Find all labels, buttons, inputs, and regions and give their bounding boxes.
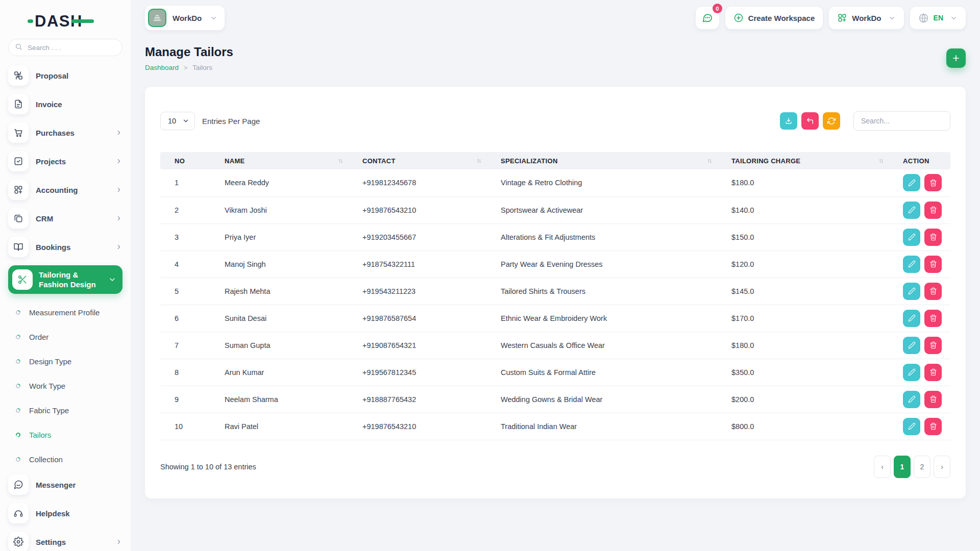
cell-charge: $800.0 xyxy=(717,413,889,440)
sidebar-subnav: Measurement ProfileOrderDesign TypeWork … xyxy=(8,298,122,474)
cell-name: Ravi Patel xyxy=(210,413,348,440)
delete-button[interactable] xyxy=(924,364,942,381)
create-workspace-button[interactable]: Create Workspace xyxy=(725,7,823,29)
sort-icon[interactable] xyxy=(878,158,885,164)
add-tailor-button[interactable] xyxy=(946,48,966,68)
sidebar-subitem-tailors[interactable]: Tailors xyxy=(8,422,122,447)
sidebar-item-proposal[interactable]: Proposal xyxy=(8,65,122,86)
sidebar-item-tailoring-fashion-design[interactable]: Tailoring & Fashion Design xyxy=(8,265,122,294)
cell-specialization: Sportswear & Activewear xyxy=(486,196,717,223)
sidebar-item-label: CRM xyxy=(36,214,53,223)
sidebar-subitem-label: Collection xyxy=(29,455,63,464)
grid-plus-icon xyxy=(837,13,847,23)
cell-name: Vikram Joshi xyxy=(210,196,348,223)
column-header-specialization[interactable]: SPECIALIZATION xyxy=(486,152,717,169)
column-header-tailoring-charge[interactable]: TAILORING CHARGE xyxy=(717,152,889,169)
pagination-page-2[interactable]: 2 xyxy=(914,456,930,478)
sidebar-search-input[interactable] xyxy=(27,43,116,52)
sidebar-subitem-label: Work Type xyxy=(29,382,65,390)
table-row: 6Sunita Desai+919876587654Ethnic Wear & … xyxy=(160,305,950,332)
delete-button[interactable] xyxy=(924,202,942,219)
sidebar-subitem-design-type[interactable]: Design Type xyxy=(8,349,122,373)
pagination-next[interactable]: › xyxy=(934,456,950,478)
cell-contact: +919543211223 xyxy=(348,278,486,305)
sidebar-subitem-collection[interactable]: Collection xyxy=(8,447,122,471)
sidebar-item-accounting[interactable]: Accounting xyxy=(8,180,122,200)
pencil-icon xyxy=(908,179,916,187)
sort-icon[interactable] xyxy=(476,158,482,164)
sidebar-item-bookings[interactable]: Bookings xyxy=(8,237,122,257)
edit-button[interactable] xyxy=(903,418,920,435)
edit-button[interactable] xyxy=(903,174,920,191)
workspace-selector[interactable]: WorkDo xyxy=(145,6,225,30)
sidebar-item-label: Settings xyxy=(36,538,66,546)
table-search-input[interactable] xyxy=(853,111,950,131)
delete-button[interactable] xyxy=(924,283,942,300)
cell-actions xyxy=(889,251,950,278)
crm-icon xyxy=(8,208,29,229)
sidebar-subitem-work-type[interactable]: Work Type xyxy=(8,373,122,398)
sort-icon[interactable] xyxy=(337,158,344,164)
edit-button[interactable] xyxy=(903,337,920,354)
page-head-left: Manage Tailors Dashboard > Tailors xyxy=(145,45,233,71)
edit-button[interactable] xyxy=(903,391,920,408)
sidebar-subitem-measurement-profile[interactable]: Measurement Profile xyxy=(8,300,122,324)
delete-button[interactable] xyxy=(924,391,942,408)
sort-icon[interactable] xyxy=(706,158,713,164)
cell-no: 2 xyxy=(160,196,210,223)
bullet-icon xyxy=(15,309,21,316)
sidebar-item-label: Purchases xyxy=(36,129,75,137)
pagination-page-1[interactable]: 1 xyxy=(894,456,911,478)
cell-actions xyxy=(889,278,950,305)
column-label: TAILORING CHARGE xyxy=(731,157,800,165)
sidebar-subitem-label: Measurement Profile xyxy=(29,308,100,317)
export-button[interactable] xyxy=(780,112,797,130)
trash-icon xyxy=(929,395,937,403)
edit-button[interactable] xyxy=(903,364,920,381)
delete-button[interactable] xyxy=(924,174,942,191)
sidebar-subitem-fabric-type[interactable]: Fabric Type xyxy=(8,398,122,422)
refresh-button[interactable] xyxy=(823,112,840,130)
delete-button[interactable] xyxy=(924,229,942,246)
messages-button[interactable]: 0 xyxy=(696,7,719,29)
sidebar-item-invoice[interactable]: Invoice xyxy=(8,94,122,114)
app-switcher[interactable]: WorkDo xyxy=(829,7,903,29)
dash-logo-icon: DASH xyxy=(28,10,95,32)
sidebar-item-settings[interactable]: Settings xyxy=(8,532,122,551)
brand-logo[interactable]: DASH xyxy=(8,8,122,34)
language-selector[interactable]: EN xyxy=(910,7,966,29)
sidebar-subitem-order[interactable]: Order xyxy=(8,324,122,349)
delete-button[interactable] xyxy=(924,418,942,435)
sidebar-subitem-label: Design Type xyxy=(29,357,71,366)
delete-button[interactable] xyxy=(924,310,942,327)
edit-button[interactable] xyxy=(903,310,920,327)
sidebar-item-purchases[interactable]: Purchases xyxy=(8,122,122,143)
entries-per-page-select[interactable]: 10 xyxy=(160,112,195,130)
table-row: 1Meera Reddy+919812345678Vintage & Retro… xyxy=(160,169,950,196)
delete-button[interactable] xyxy=(924,337,942,354)
column-header-contact[interactable]: CONTACT xyxy=(348,152,486,169)
edit-button[interactable] xyxy=(903,229,920,246)
edit-button[interactable] xyxy=(903,256,920,273)
sidebar-item-projects[interactable]: Projects xyxy=(8,151,122,171)
edit-button[interactable] xyxy=(903,202,920,219)
cell-name: Neelam Sharma xyxy=(210,386,348,413)
pagination-prev[interactable]: ‹ xyxy=(874,456,891,478)
trash-icon xyxy=(929,206,937,214)
sidebar-item-helpdesk[interactable]: Helpdesk xyxy=(8,503,122,523)
undo-button[interactable] xyxy=(801,112,819,130)
pencil-icon xyxy=(908,368,916,376)
breadcrumb-dashboard[interactable]: Dashboard xyxy=(145,64,179,71)
sidebar-item-crm[interactable]: CRM xyxy=(8,208,122,229)
column-header-name[interactable]: NAME xyxy=(210,152,348,169)
sidebar-item-label: Projects xyxy=(36,157,66,166)
scissors-icon xyxy=(12,269,33,290)
chevron-down-icon xyxy=(888,14,896,22)
cell-contact: +919087654321 xyxy=(348,332,486,359)
invoice-icon xyxy=(8,94,29,114)
sidebar-item-messenger[interactable]: Messenger xyxy=(8,474,122,495)
delete-button[interactable] xyxy=(924,256,942,273)
cell-charge: $140.0 xyxy=(717,196,889,223)
edit-button[interactable] xyxy=(903,283,920,300)
sidebar-item-label: Invoice xyxy=(36,100,62,109)
